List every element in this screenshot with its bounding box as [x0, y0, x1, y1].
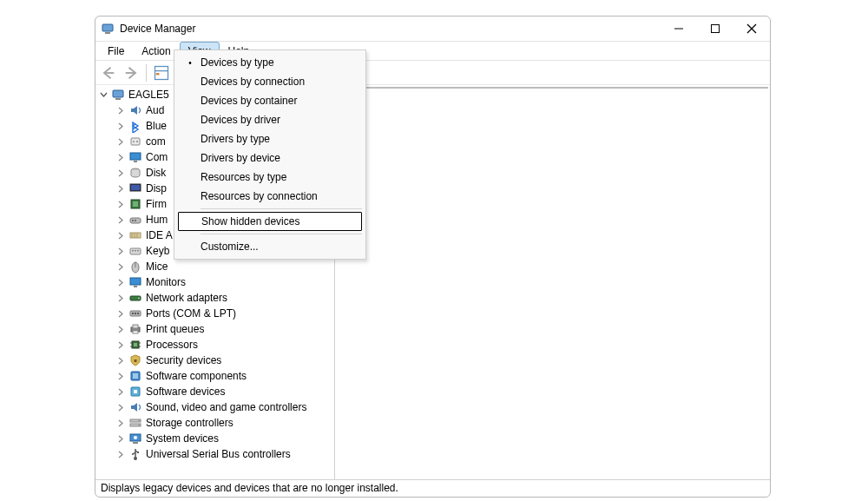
tree-item-label: Disk: [146, 165, 166, 181]
tree-item[interactable]: Network adapters: [95, 290, 334, 306]
chevron-right-icon[interactable]: [116, 106, 125, 115]
tree-item[interactable]: Software devices: [95, 384, 334, 399]
device-icon: [128, 291, 142, 305]
tree-item-label: Firm: [146, 196, 167, 212]
chevron-right-icon[interactable]: [116, 278, 125, 287]
chevron-right-icon[interactable]: [116, 262, 125, 271]
tree-item[interactable]: Security devices: [95, 353, 334, 368]
view-menu-item[interactable]: •Devices by type: [176, 53, 364, 72]
tree-item[interactable]: Processors: [95, 337, 334, 353]
tree-item[interactable]: Sound, video and game controllers: [95, 399, 334, 415]
chevron-right-icon[interactable]: [116, 184, 125, 193]
chevron-right-icon[interactable]: [116, 387, 125, 396]
titlebar: Device Manager: [95, 16, 770, 42]
svg-rect-0: [102, 24, 113, 31]
tree-item-label: Monitors: [146, 274, 186, 290]
chevron-right-icon[interactable]: [116, 153, 125, 162]
view-menu-item[interactable]: Drivers by device: [176, 148, 364, 168]
tree-item-label: IDE A: [146, 227, 173, 243]
chevron-right-icon[interactable]: [116, 403, 125, 412]
chevron-right-icon[interactable]: [116, 231, 125, 240]
tree-item-label: Blue: [146, 118, 167, 134]
chevron-right-icon[interactable]: [116, 419, 125, 427]
device-icon: [128, 385, 142, 399]
minimize-button[interactable]: [661, 16, 697, 41]
nav-forward-button[interactable]: [122, 63, 141, 82]
device-icon: [128, 447, 142, 461]
svg-rect-1: [105, 32, 110, 34]
window-title: Device Manager: [120, 23, 195, 35]
detail-pane: [337, 87, 768, 479]
chevron-right-icon[interactable]: [116, 372, 125, 380]
tree-root-label: EAGLE5: [128, 87, 169, 102]
tree-item-label: Hum: [146, 212, 168, 227]
view-menu-item[interactable]: Resources by connection: [176, 187, 364, 206]
svg-rect-10: [156, 73, 160, 76]
app-icon: [101, 22, 115, 36]
tree-item[interactable]: Universal Serial Bus controllers: [95, 446, 334, 462]
chevron-right-icon[interactable]: [116, 434, 125, 443]
view-menu-item[interactable]: Drivers by type: [176, 129, 364, 148]
device-icon: [128, 150, 142, 164]
tree-item-label: Network adapters: [146, 290, 227, 306]
tree-item-label: Ports (COM & LPT): [146, 306, 236, 321]
device-icon: [128, 369, 142, 383]
tree-item[interactable]: Ports (COM & LPT): [95, 306, 334, 321]
chevron-right-icon[interactable]: [116, 137, 125, 146]
nav-back-button[interactable]: [99, 63, 118, 82]
menu-action[interactable]: Action: [133, 42, 179, 60]
device-icon: [128, 213, 142, 227]
view-menu-item[interactable]: Devices by connection: [176, 72, 364, 91]
tree-item-label: Software components: [146, 368, 247, 384]
device-icon: [128, 166, 142, 180]
chevron-right-icon[interactable]: [116, 325, 125, 333]
device-icon: [128, 135, 142, 148]
device-icon: [128, 400, 142, 414]
menu-file[interactable]: File: [99, 42, 133, 60]
view-menu-customize[interactable]: Customize...: [176, 237, 364, 256]
tree-item-label: com: [146, 134, 166, 149]
device-icon: [128, 322, 142, 336]
chevron-right-icon[interactable]: [116, 122, 125, 130]
chevron-down-icon[interactable]: [99, 90, 108, 99]
tree-item-label: Universal Serial Bus controllers: [146, 446, 291, 462]
tree-item[interactable]: System devices: [95, 431, 334, 446]
tree-item-label: Print queues: [146, 321, 204, 337]
close-button[interactable]: [733, 16, 770, 41]
tree-item[interactable]: Print queues: [95, 321, 334, 337]
toolbar-properties-button[interactable]: [152, 63, 171, 82]
device-icon: [128, 275, 142, 289]
status-bar: Displays legacy devices and devices that…: [95, 479, 770, 497]
chevron-right-icon[interactable]: [116, 309, 125, 318]
tree-item-label: Mice: [146, 259, 168, 274]
chevron-right-icon[interactable]: [116, 340, 125, 349]
chevron-right-icon[interactable]: [116, 293, 125, 302]
maximize-button[interactable]: [697, 16, 733, 41]
chevron-right-icon[interactable]: [116, 247, 125, 255]
chevron-right-icon[interactable]: [116, 356, 125, 365]
view-menu-item[interactable]: Devices by driver: [176, 110, 364, 129]
view-menu-item[interactable]: Resources by type: [176, 168, 364, 187]
tree-item[interactable]: Storage controllers: [95, 415, 334, 431]
tree-item-label: Security devices: [146, 353, 221, 368]
chevron-right-icon[interactable]: [116, 215, 125, 224]
device-icon: [128, 338, 142, 352]
tree-item[interactable]: Mice: [95, 259, 334, 274]
tree-item-label: Sound, video and game controllers: [146, 399, 306, 415]
device-icon: [128, 228, 142, 242]
view-dropdown-menu: •Devices by typeDevices by connectionDev…: [174, 49, 366, 260]
view-menu-item[interactable]: Devices by container: [176, 91, 364, 110]
tree-item-label: Software devices: [146, 384, 225, 399]
tree-item[interactable]: Software components: [95, 368, 334, 384]
device-icon: [128, 244, 142, 258]
tree-item[interactable]: Monitors: [95, 274, 334, 290]
tree-item-label: System devices: [146, 431, 219, 446]
chevron-right-icon[interactable]: [116, 200, 125, 208]
chevron-right-icon[interactable]: [116, 450, 125, 458]
tree-item-label: Disp: [146, 181, 167, 196]
tree-item-label: Keyb: [146, 243, 169, 259]
device-icon: [128, 432, 142, 445]
device-icon: [128, 353, 142, 367]
chevron-right-icon[interactable]: [116, 168, 125, 177]
view-menu-show-hidden-devices[interactable]: Show hidden devices: [178, 212, 362, 231]
